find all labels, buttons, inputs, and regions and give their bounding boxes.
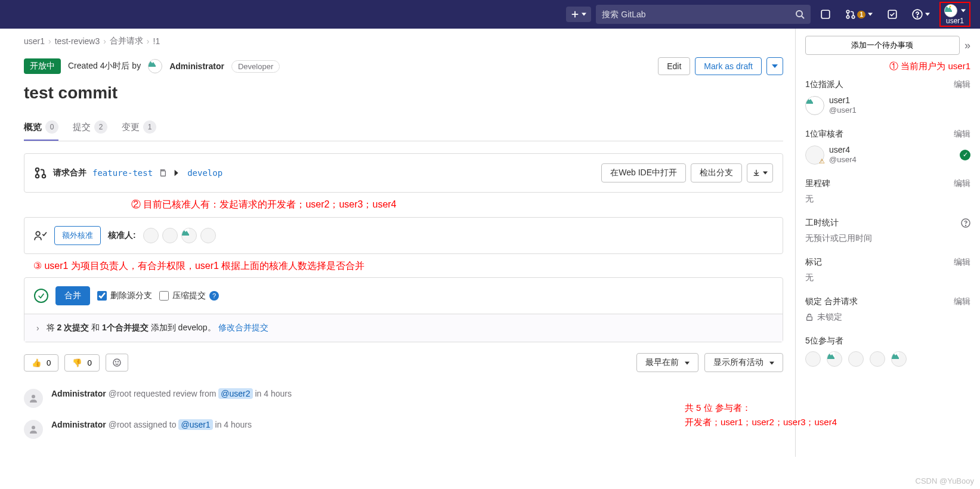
- help-icon[interactable]: [907, 4, 935, 24]
- checkout-branch-button[interactable]: 检出分支: [691, 163, 742, 182]
- breadcrumb-item[interactable]: 合并请求: [110, 36, 143, 47]
- search-box[interactable]: [596, 5, 811, 24]
- mark-draft-button[interactable]: Mark as draft: [695, 57, 762, 75]
- reviewer-avatar[interactable]: ⚠: [805, 146, 824, 165]
- search-input[interactable]: [602, 10, 795, 19]
- svg-point-21: [115, 361, 116, 362]
- svg-rect-17: [161, 171, 166, 177]
- status-badge: 开放中: [24, 58, 61, 74]
- user-menu[interactable]: user1: [939, 2, 970, 27]
- author-name[interactable]: Administrator: [169, 61, 224, 71]
- chevron-down-icon: [772, 64, 778, 69]
- tab-overview[interactable]: 概览0: [24, 114, 58, 141]
- svg-point-2: [796, 11, 802, 17]
- new-menu-button[interactable]: [566, 7, 591, 22]
- sidebar: 添加一个待办事项 » ① 当前用户为 user1 1位指派人编辑 user1@u…: [795, 29, 980, 457]
- created-label: Created 4小时后 by: [68, 61, 141, 72]
- todos-icon[interactable]: [882, 4, 902, 24]
- page-title: test commit: [24, 83, 783, 103]
- approver-avatar[interactable]: [181, 228, 197, 243]
- svg-line-3: [802, 16, 804, 18]
- tab-changes[interactable]: 变更1: [122, 114, 156, 141]
- download-icon: [752, 169, 760, 177]
- svg-point-18: [36, 231, 40, 236]
- target-branch-link[interactable]: develop: [187, 168, 222, 178]
- approval-card: 额外核准 核准人:: [24, 217, 783, 254]
- user-avatar-icon: [944, 4, 957, 17]
- copy-icon[interactable]: [159, 169, 167, 177]
- open-ide-button[interactable]: 在Web IDE中打开: [601, 163, 686, 182]
- edit-milestone[interactable]: 编辑: [954, 178, 970, 189]
- svg-point-27: [966, 225, 966, 226]
- breadcrumb-item[interactable]: test-review3: [55, 36, 100, 46]
- svg-point-12: [950, 6, 951, 8]
- mention-link[interactable]: @user2: [218, 388, 252, 399]
- svg-point-24: [32, 426, 35, 429]
- svg-point-15: [36, 175, 39, 178]
- chevron-down-icon: [582, 12, 586, 17]
- add-todo-button[interactable]: 添加一个待办事项: [805, 36, 960, 55]
- collapse-sidebar-icon[interactable]: »: [964, 39, 970, 52]
- delete-branch-checkbox[interactable]: 删除源分支: [97, 290, 152, 301]
- merge-button[interactable]: 合并: [55, 286, 90, 305]
- thumbs-up-button[interactable]: 👍 0: [24, 354, 58, 372]
- participant-avatar[interactable]: [827, 351, 842, 367]
- user-icon: [29, 425, 38, 434]
- mr-actions-dropdown[interactable]: [766, 57, 783, 75]
- approver-icon: [34, 229, 47, 242]
- approvers-label: 核准人:: [108, 230, 136, 241]
- activity-author[interactable]: Administrator: [51, 389, 106, 398]
- source-branch-link[interactable]: feature-test: [92, 168, 153, 178]
- mr-badge: 1: [857, 11, 865, 18]
- svg-point-7: [852, 16, 855, 18]
- help-icon[interactable]: [961, 218, 970, 228]
- mention-link[interactable]: @user1: [178, 419, 212, 430]
- edit-lock[interactable]: 编辑: [954, 296, 970, 307]
- download-dropdown[interactable]: [747, 163, 773, 182]
- participant-avatar[interactable]: [870, 351, 885, 367]
- tab-commits[interactable]: 提交2: [73, 114, 107, 141]
- milestone-section: 里程碑编辑 无: [805, 178, 970, 205]
- activity-author[interactable]: Administrator: [51, 420, 106, 429]
- request-merge-label: 请求合并: [53, 168, 86, 178]
- approver-avatar[interactable]: [143, 228, 159, 243]
- issues-icon[interactable]: [815, 4, 836, 24]
- avatar: [24, 389, 43, 408]
- svg-rect-1: [572, 14, 579, 15]
- author-avatar-icon: [148, 59, 162, 73]
- time-tracking-section: 工时统计 无预计或已用时间: [805, 218, 970, 244]
- participant-avatar[interactable]: [891, 351, 907, 367]
- chevron-down-icon: [763, 171, 768, 175]
- expand-chevron[interactable]: ›: [36, 323, 39, 333]
- breadcrumb-item[interactable]: user1: [24, 36, 45, 46]
- participant-avatar[interactable]: [805, 351, 821, 367]
- help-icon[interactable]: ?: [209, 291, 219, 301]
- thumbs-down-button[interactable]: 👎 0: [64, 354, 99, 372]
- merge-requests-icon[interactable]: 1: [840, 4, 877, 24]
- approver-avatar[interactable]: [162, 228, 178, 243]
- approver-avatars: [143, 228, 216, 243]
- breadcrumb-item[interactable]: !1: [153, 36, 160, 46]
- sort-dropdown[interactable]: 最早在前: [636, 353, 698, 372]
- edit-labels[interactable]: 编辑: [954, 257, 970, 268]
- approver-avatar[interactable]: [200, 228, 216, 243]
- chevron-down-icon: [685, 361, 690, 365]
- annotation-4: 共 5 位 参与者： 开发者；user1；user2；user3；user4: [685, 401, 837, 429]
- edit-merge-commit-link[interactable]: 修改合并提交: [218, 323, 268, 332]
- unlock-icon: [805, 313, 814, 321]
- edit-button[interactable]: Edit: [658, 57, 690, 75]
- svg-point-14: [36, 168, 39, 172]
- activity-filter-dropdown[interactable]: 显示所有活动: [704, 353, 783, 372]
- role-badge: Developer: [231, 60, 280, 73]
- svg-point-5: [847, 10, 850, 13]
- edit-assignees[interactable]: 编辑: [954, 79, 970, 90]
- add-reaction-button[interactable]: [106, 354, 128, 372]
- assignee-avatar[interactable]: [805, 96, 824, 115]
- approve-button[interactable]: 额外核准: [54, 226, 101, 245]
- reviewers-section: 1位审核者编辑 ⚠ user4@user4 ✓: [805, 129, 970, 165]
- participant-avatar[interactable]: [848, 351, 864, 367]
- breadcrumb: user1› test-review3› 合并请求› !1: [24, 36, 783, 47]
- edit-reviewers[interactable]: 编辑: [954, 129, 970, 140]
- assignees-section: 1位指派人编辑 user1@user1: [805, 79, 970, 116]
- squash-checkbox[interactable]: 压缩提交 ?: [159, 290, 219, 301]
